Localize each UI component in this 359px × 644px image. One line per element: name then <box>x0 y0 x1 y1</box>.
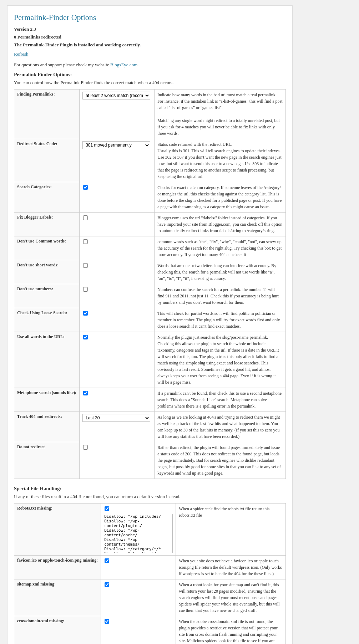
redirects-text: 0 Permalinks redirected <box>14 34 286 40</box>
table-row: Check Using Loose Search:This will check… <box>14 308 286 332</box>
table-row: Don't use Common words:common words such… <box>14 236 286 260</box>
option-control-cell <box>80 308 155 332</box>
option-control-cell <box>80 213 155 236</box>
special-section-title: Special File Handling: <box>14 486 286 492</box>
option-description: As long as we are looking at 404's and t… <box>155 412 286 442</box>
special-control-cell <box>101 504 176 556</box>
special-label: crossdomain.xml missing: <box>14 616 101 644</box>
option-label: Don't use numbers: <box>14 284 80 308</box>
option-label: Search Categories: <box>14 182 80 213</box>
version-text: Version 2.3 <box>14 26 286 32</box>
option-control-cell <box>80 388 155 412</box>
option-checkbox[interactable] <box>83 215 88 220</box>
special-checkbox[interactable] <box>105 619 109 624</box>
option-control-cell: at least 2 words match (recommended)1 wo… <box>80 90 155 139</box>
table-row: Redirect Status Code:301 moved permanent… <box>14 139 286 182</box>
support-website-link[interactable]: BlogsEye.com <box>110 62 137 67</box>
special-checkbox[interactable] <box>105 558 109 563</box>
option-label: Fix Blogger Labels: <box>14 213 80 236</box>
special-description: When a spider can't find the robots.txt … <box>176 504 286 556</box>
option-description: Checks for exact match on category. If s… <box>155 182 286 213</box>
option-select[interactable]: 301 moved permanently302 found303 see ot… <box>82 141 150 149</box>
option-description: Status code returned with the redirect U… <box>155 139 286 182</box>
option-control-cell <box>80 442 155 479</box>
option-checkbox[interactable] <box>83 311 88 316</box>
table-row: Metaphone search (sounds like):If a perm… <box>14 388 286 412</box>
robots-textarea[interactable] <box>104 514 173 553</box>
options-section-desc: You can control how the Permalink Finder… <box>14 80 286 86</box>
option-control-cell <box>80 332 155 388</box>
option-checkbox[interactable] <box>83 335 88 339</box>
special-control-cell <box>101 556 176 579</box>
option-label: Use all words in the URL: <box>14 332 80 388</box>
option-description: Indicate how many words in the bad url m… <box>155 90 286 139</box>
special-description: When your site does not have a favicon.i… <box>176 556 286 579</box>
page-title: Permalink-Finder Options <box>14 13 286 22</box>
option-checkbox[interactable] <box>83 239 88 244</box>
option-description: This will check for partial words so it … <box>155 308 286 332</box>
table-row: sitemap.xml missing:When a robot looks f… <box>14 579 286 616</box>
support-text-before: For questions and support please check m… <box>14 62 110 67</box>
option-description: common words such as "the", "fix", "why"… <box>155 236 286 260</box>
status-text: The Permalink-Finder Plugin is installed… <box>14 42 286 48</box>
support-line: For questions and support please check m… <box>14 62 286 68</box>
option-control-cell: 301 moved permanently302 found303 see ot… <box>80 139 155 182</box>
refresh-link[interactable]: Refresh <box>14 51 28 57</box>
special-label: favicon.ico or apple-touch-icon.png miss… <box>14 556 101 579</box>
table-row: Don't use numbers:Numbers can confuse th… <box>14 284 286 308</box>
special-description: When the adobe crossdomain.xml file is n… <box>176 616 286 644</box>
special-section-desc: If any of these files result in a 404 fi… <box>14 494 286 500</box>
table-row: favicon.ico or apple-touch-icon.png miss… <box>14 556 286 579</box>
special-checkbox[interactable] <box>105 506 109 511</box>
option-label: Track 404 and redirects: <box>14 412 80 442</box>
options-table: Finding Permalinks:at least 2 words matc… <box>14 89 286 479</box>
option-label: Metaphone search (sounds like): <box>14 388 80 412</box>
table-row: Robots.txt missing:When a spider can't f… <box>14 504 286 556</box>
option-control-cell <box>80 284 155 308</box>
special-control-cell <box>101 616 176 644</box>
option-description: If a permalink can't be found, then chec… <box>155 388 286 412</box>
option-checkbox[interactable] <box>83 391 88 395</box>
option-description: Numbers can confuse the search for a per… <box>155 284 286 308</box>
option-control-cell <box>80 260 155 284</box>
option-label: Don't use Common words: <box>14 236 80 260</box>
options-section-title: Permalink Finder Options: <box>14 72 286 78</box>
option-control-cell: Last 30Last 10Last 20Last 500 (disable) <box>80 412 155 442</box>
table-row: Do not redirectRather than redirect, the… <box>14 442 286 479</box>
option-checkbox[interactable] <box>83 445 88 450</box>
table-row: Fix Blogger Labels:Blogger.com uses the … <box>14 213 286 236</box>
table-row: Finding Permalinks:at least 2 words matc… <box>14 90 286 139</box>
option-checkbox[interactable] <box>83 287 88 292</box>
option-checkbox[interactable] <box>83 263 88 268</box>
table-row: Track 404 and redirects:Last 30Last 10La… <box>14 412 286 442</box>
special-label: sitemap.xml missing: <box>14 579 101 616</box>
option-checkbox[interactable] <box>83 185 88 190</box>
table-row: Use all words in the URL:Normally the pl… <box>14 332 286 388</box>
option-label: Check Using Loose Search: <box>14 308 80 332</box>
option-label: Do not redirect <box>14 442 80 479</box>
table-row: Search Categories:Checks for exact match… <box>14 182 286 213</box>
option-description: Rather than redirect, the plugin will fo… <box>155 442 286 479</box>
option-select[interactable]: at least 2 words match (recommended)1 wo… <box>82 92 150 99</box>
special-control-cell <box>101 579 176 616</box>
special-checkbox[interactable] <box>105 582 109 587</box>
option-label: Redirect Status Code: <box>14 139 80 182</box>
special-description: When a robot looks for your site map and… <box>176 579 286 616</box>
option-label: Finding Permalinks: <box>14 90 80 139</box>
support-text-after: . <box>137 62 138 67</box>
special-file-table: Robots.txt missing:When a spider can't f… <box>14 503 286 644</box>
option-description: Blogger.com uses the url "/labels/" fold… <box>155 213 286 236</box>
option-select[interactable]: Last 30Last 10Last 20Last 500 (disable) <box>82 414 150 422</box>
option-description: Words that are one or two letters long c… <box>155 260 286 284</box>
option-control-cell <box>80 236 155 260</box>
table-row: crossdomain.xml missing:When the adobe c… <box>14 616 286 644</box>
table-row: Don't use short words:Words that are one… <box>14 260 286 284</box>
option-description: Normally the plugin just searches the sl… <box>155 332 286 388</box>
option-control-cell <box>80 182 155 213</box>
special-label: Robots.txt missing: <box>14 504 101 556</box>
option-label: Don't use short words: <box>14 260 80 284</box>
